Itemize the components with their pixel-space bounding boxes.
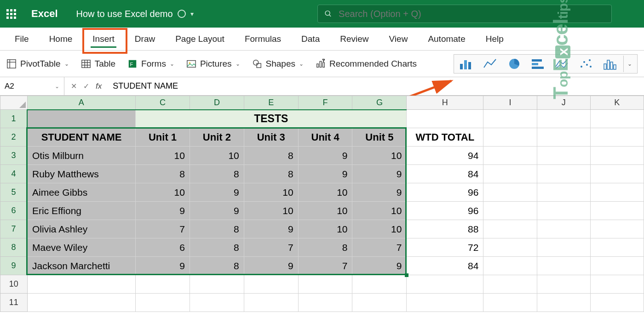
cell[interactable]: Eric Effiong <box>27 202 136 220</box>
cell[interactable] <box>537 275 590 294</box>
cell[interactable]: 7 <box>352 238 407 257</box>
cell[interactable]: 72 <box>407 238 483 257</box>
cell[interactable]: STUDENT NAME <box>27 128 136 147</box>
cell[interactable]: 94 <box>407 147 483 165</box>
cell[interactable] <box>590 147 644 165</box>
cell[interactable]: 8 <box>190 257 244 275</box>
cell[interactable]: 10 <box>352 147 407 165</box>
cell[interactable]: 10 <box>298 183 352 202</box>
cell[interactable] <box>483 165 537 183</box>
cell[interactable]: 9 <box>298 165 352 183</box>
cell[interactable] <box>537 110 590 128</box>
cell[interactable]: Unit 5 <box>352 128 407 147</box>
cell[interactable]: 9 <box>136 257 190 275</box>
cell[interactable]: 8 <box>190 165 244 183</box>
cell[interactable]: 9 <box>190 183 244 202</box>
column-header[interactable]: J <box>537 96 590 110</box>
cell[interactable] <box>537 202 590 220</box>
cell[interactable]: 8 <box>244 165 298 183</box>
cell[interactable]: Unit 1 <box>136 128 190 147</box>
cell[interactable]: 10 <box>244 202 298 220</box>
cell[interactable]: 88 <box>407 220 483 238</box>
search-input[interactable] <box>339 9 605 19</box>
cell[interactable] <box>298 275 352 294</box>
recommended-charts-button[interactable]: ? Recommended Charts <box>316 59 417 69</box>
cell[interactable] <box>590 238 644 257</box>
row-header[interactable]: 1 <box>0 110 28 128</box>
cell[interactable] <box>483 128 537 147</box>
app-launcher-icon[interactable] <box>5 7 17 20</box>
cell[interactable]: WTD TOTAL <box>407 128 483 147</box>
cell[interactable] <box>407 110 483 128</box>
cell[interactable] <box>537 238 590 257</box>
cell[interactable] <box>590 275 644 294</box>
cell[interactable]: 9 <box>352 257 407 275</box>
cell[interactable]: 9 <box>190 202 244 220</box>
cell[interactable]: 8 <box>190 238 244 257</box>
tab-page-layout[interactable]: Page Layout <box>165 28 235 51</box>
row-header[interactable]: 4 <box>0 165 28 183</box>
cell[interactable]: Jackson Marchetti <box>27 257 136 275</box>
cell[interactable]: 9 <box>352 183 407 202</box>
row-header[interactable]: 5 <box>0 183 28 202</box>
cell[interactable] <box>190 275 244 294</box>
spreadsheet-grid[interactable]: ACDEFGHIJK1TESTS2STUDENT NAMEUnit 1Unit … <box>0 96 644 312</box>
cell[interactable] <box>244 275 298 294</box>
column-header[interactable]: K <box>590 96 644 110</box>
cell[interactable]: 10 <box>244 183 298 202</box>
pivottable-button[interactable]: PivotTable ⌄ <box>6 59 69 69</box>
cell[interactable] <box>483 294 537 312</box>
cell[interactable] <box>483 202 537 220</box>
cell[interactable]: 9 <box>136 202 190 220</box>
bar-chart-button[interactable] <box>528 56 549 72</box>
tab-draw[interactable]: Draw <box>125 28 165 51</box>
cell[interactable]: Unit 2 <box>190 128 244 147</box>
column-header[interactable]: F <box>298 96 352 110</box>
cell[interactable] <box>244 294 298 312</box>
cell[interactable]: Unit 3 <box>244 128 298 147</box>
cell[interactable]: Maeve Wiley <box>27 238 136 257</box>
column-header[interactable]: A <box>27 96 136 110</box>
cell[interactable] <box>590 294 644 312</box>
cell[interactable] <box>298 294 352 312</box>
row-header[interactable]: 7 <box>0 220 28 238</box>
cell[interactable]: 9 <box>244 257 298 275</box>
tab-automate[interactable]: Automate <box>418 28 475 51</box>
column-header[interactable]: E <box>244 96 298 110</box>
name-box[interactable]: A2 ⌄ <box>0 77 64 95</box>
fx-icon[interactable]: fx <box>96 82 102 91</box>
cell[interactable] <box>537 165 590 183</box>
line-chart-button[interactable] <box>480 56 501 72</box>
cell[interactable] <box>483 220 537 238</box>
cell[interactable] <box>590 202 644 220</box>
cell[interactable] <box>407 294 483 312</box>
tab-insert[interactable]: Insert <box>82 28 125 51</box>
formula-value[interactable]: STUDENT NAME <box>108 81 178 91</box>
cell[interactable] <box>407 275 483 294</box>
cell[interactable] <box>590 183 644 202</box>
row-header[interactable]: 3 <box>0 147 28 165</box>
cell[interactable]: 10 <box>298 220 352 238</box>
cell[interactable]: Ruby Matthews <box>27 165 136 183</box>
cell[interactable]: 9 <box>244 220 298 238</box>
cell[interactable]: 7 <box>136 220 190 238</box>
cell[interactable] <box>483 110 537 128</box>
column-header[interactable]: D <box>190 96 244 110</box>
cell[interactable]: 8 <box>298 238 352 257</box>
row-header[interactable]: 9 <box>0 257 28 275</box>
cell[interactable]: 9 <box>352 165 407 183</box>
tab-review[interactable]: Review <box>330 28 379 51</box>
cell[interactable] <box>483 257 537 275</box>
tab-data[interactable]: Data <box>291 28 330 51</box>
select-all-corner[interactable] <box>0 96 28 110</box>
cell[interactable] <box>537 147 590 165</box>
row-header[interactable]: 6 <box>0 202 28 220</box>
enter-icon[interactable]: ✓ <box>83 82 89 91</box>
cell[interactable] <box>537 183 590 202</box>
column-header[interactable]: C <box>136 96 190 110</box>
cell[interactable]: 8 <box>244 147 298 165</box>
column-header[interactable]: H <box>407 96 483 110</box>
cell[interactable] <box>590 128 644 147</box>
cell[interactable] <box>537 294 590 312</box>
cell[interactable]: 84 <box>407 165 483 183</box>
